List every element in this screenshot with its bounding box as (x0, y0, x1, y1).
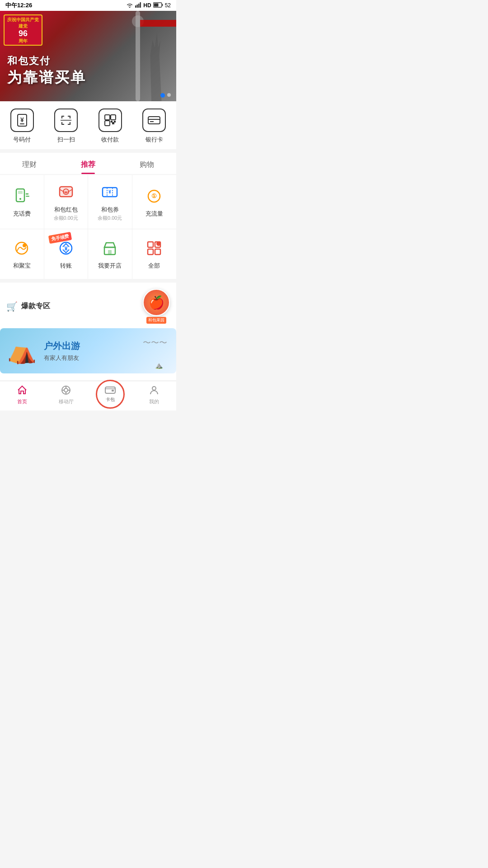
person-icon (149, 385, 160, 397)
wallet-icon (105, 385, 116, 396)
svg-rect-3 (140, 2, 141, 8)
svg-point-47 (64, 388, 68, 392)
grid-item-coupon[interactable]: ¥ 和包券 余额0.00元 (88, 175, 132, 229)
grid-item-zhuanzhang[interactable]: 免手续费 ¥ 转账 (44, 229, 89, 279)
banner-dots (160, 93, 171, 98)
nav-item-home[interactable]: 首页 (0, 385, 44, 405)
grid-item-chonghuafei[interactable]: 充话费 (0, 175, 44, 229)
svg-point-36 (23, 244, 26, 247)
status-bar: 中午12:26 HD 52 (0, 0, 176, 11)
quanbu-label: 全部 (148, 262, 160, 270)
grid-item-quanbu[interactable]: 全部 (132, 229, 177, 279)
mobile-icon (61, 385, 71, 397)
liuliang-icon: ① (144, 186, 164, 206)
banner-badge: 庆祝中国共产党 建党 96 周年 (4, 14, 42, 46)
grid-row-1: 充话费 ¥ 和包红包 余额0.00元 (0, 175, 176, 229)
hongbao-icon: ¥ (56, 182, 76, 202)
receive-icon (99, 108, 122, 132)
svg-rect-41 (148, 242, 153, 247)
tab-tuijian[interactable]: 推荐 (72, 157, 104, 174)
tent-icon: ⛺ (7, 337, 37, 365)
coupon-icon: ¥ (100, 182, 120, 202)
hero-banner[interactable]: 庆祝中国共产党 建党 96 周年 和包支付 为靠谱买单 (0, 11, 176, 101)
promo-section-header: 🛒 爆款专区 🍎 和包果园 (0, 283, 176, 328)
svg-rect-11 (105, 115, 110, 120)
grid-row-2: 和聚宝 免手续费 ¥ 转账 (0, 229, 176, 279)
svg-rect-15 (111, 121, 113, 123)
chonghuafei-label: 充话费 (13, 210, 31, 218)
quick-action-haoma[interactable]: ¥ 号码付 (0, 108, 44, 144)
scan-icon (54, 108, 78, 132)
coupon-label: 和包券 (101, 206, 119, 214)
mascot-label: 和包果园 (146, 317, 166, 324)
grid-item-liuliang[interactable]: ① 充流量 (132, 175, 177, 229)
svg-rect-16 (114, 121, 116, 123)
mobile-label: 移动厅 (59, 398, 74, 405)
tab-gouwu[interactable]: 购物 (131, 157, 163, 174)
birds-decoration: 〜〜〜 (143, 337, 167, 348)
wifi-icon (126, 2, 133, 9)
service-grid: 充话费 ¥ 和包红包 余额0.00元 (0, 175, 176, 279)
promo-wrapper: ⛺ 户外出游 有家人有朋友 〜〜〜 ⛰️ (0, 328, 176, 381)
svg-rect-2 (138, 4, 140, 8)
chonghuafei-icon (12, 186, 32, 206)
promo-card[interactable]: ⛺ 户外出游 有家人有朋友 〜〜〜 ⛰️ (0, 328, 176, 373)
promo-title: 户外出游 (44, 340, 80, 352)
svg-rect-53 (112, 390, 114, 392)
section-title: 爆款专区 (21, 302, 50, 311)
wallet-circle: 卡包 (96, 380, 125, 409)
receive-label: 收付款 (101, 136, 119, 144)
svg-point-45 (156, 241, 161, 246)
hongbao-label: 和包红包 (54, 206, 78, 214)
signal-icon (135, 2, 141, 9)
battery-level: 52 (165, 2, 171, 9)
svg-rect-0 (135, 5, 136, 8)
grid-item-hejubao[interactable]: 和聚宝 (0, 229, 44, 279)
zhuanzhang-label: 转账 (60, 262, 72, 270)
nav-item-mine[interactable]: 我的 (132, 385, 177, 405)
quick-action-scan[interactable]: 扫一扫 (44, 108, 89, 144)
quanbu-icon (144, 238, 164, 258)
svg-rect-21 (18, 191, 23, 194)
status-time: 中午12:26 (5, 1, 32, 9)
svg-rect-17 (148, 117, 160, 124)
svg-rect-44 (155, 249, 160, 255)
kaidian-label: 我要开店 (98, 262, 122, 270)
svg-text:¥: ¥ (20, 116, 24, 123)
svg-text:①: ① (151, 193, 157, 199)
svg-text:¥: ¥ (108, 189, 111, 194)
cart-icon: 🛒 (6, 301, 18, 312)
kaidian-icon (100, 238, 120, 258)
svg-rect-12 (111, 115, 116, 120)
mascot-container: 🍎 和包果园 (143, 289, 170, 324)
quick-action-receive[interactable]: 收付款 (88, 108, 132, 144)
nav-item-mobile[interactable]: 移动厅 (44, 385, 89, 405)
svg-rect-40 (108, 250, 112, 255)
home-icon (17, 385, 28, 397)
grid-item-hongbao[interactable]: ¥ 和包红包 余额0.00元 (44, 175, 89, 229)
bottom-navigation: 首页 移动厅 卡包 (0, 381, 176, 410)
bankcard-icon (142, 108, 166, 132)
haoma-icon: ¥ (10, 108, 34, 132)
quick-actions: ¥ 号码付 扫一扫 (0, 101, 176, 149)
tab-licai[interactable]: 理财 (13, 157, 46, 174)
quick-action-bankcard[interactable]: 银行卡 (132, 108, 177, 144)
svg-rect-13 (105, 121, 110, 126)
section-header-left: 🛒 爆款专区 (6, 301, 50, 312)
svg-text:¥: ¥ (65, 190, 67, 194)
battery-icon (153, 2, 163, 9)
status-icons: HD 52 (126, 2, 171, 9)
network-label: HD (143, 2, 151, 9)
mine-label: 我的 (149, 398, 159, 405)
haoma-label: 号码付 (13, 136, 31, 144)
grid-item-kaidian[interactable]: 我要开店 (88, 229, 132, 279)
nav-item-wallet[interactable]: 卡包 (88, 389, 132, 401)
hejubao-icon (12, 238, 32, 258)
promo-subtitle: 有家人有朋友 (44, 354, 80, 362)
wallet-label: 卡包 (106, 396, 115, 403)
liuliang-label: 充流量 (145, 210, 163, 218)
tabs-bar: 理财 推荐 购物 (0, 153, 176, 174)
scan-label: 扫一扫 (57, 136, 75, 144)
svg-rect-5 (162, 4, 163, 6)
coupon-sublabel: 余额0.00元 (98, 215, 122, 222)
